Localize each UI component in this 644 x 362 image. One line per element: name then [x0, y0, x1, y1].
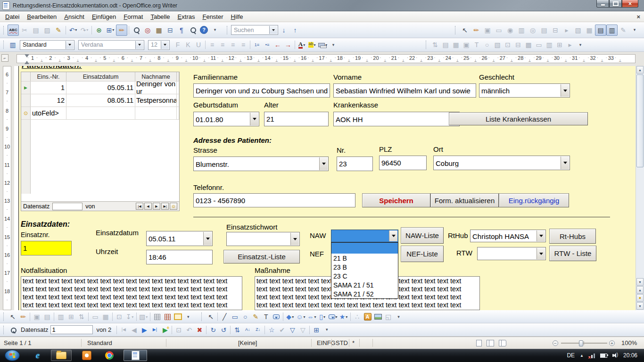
- cell-einsatzdatum[interactable]: 05.05.11: [66, 82, 135, 94]
- cell-einsnr[interactable]: 1: [31, 82, 66, 94]
- font-size-combobox[interactable]: 12: [148, 40, 170, 50]
- zoom-slider-track[interactable]: [561, 343, 607, 344]
- toolbar-overflow-icon[interactable]: ▾: [183, 312, 193, 322]
- next-page-icon[interactable]: ▼: [636, 302, 644, 310]
- menu-extras[interactable]: Extras: [174, 12, 199, 22]
- einsatznr-field[interactable]: 1: [21, 241, 72, 255]
- guides-when-moving-icon[interactable]: [173, 312, 183, 322]
- font-color-icon[interactable]: A▾: [297, 40, 307, 50]
- record-number-input[interactable]: [52, 203, 83, 210]
- dropdown-arrow-icon[interactable]: [537, 230, 545, 241]
- scroll-down-icon[interactable]: ▼: [636, 278, 644, 286]
- toolbar-grip[interactable]: [3, 26, 5, 34]
- row-selector-new[interactable]: ⊙: [21, 107, 31, 119]
- menu-einfuegen[interactable]: Einfügen: [88, 12, 120, 22]
- naw-option[interactable]: 23 C: [331, 272, 398, 280]
- next-record-icon[interactable]: ▶: [153, 203, 160, 210]
- vertical-ruler-scale[interactable]: 6-7-8-9-10-11-12-13-14-15-16-17-18-: [3, 66, 11, 310]
- new-record-icon[interactable]: ▶: [160, 325, 170, 335]
- network-icon[interactable]: [589, 353, 595, 358]
- toolbar-grip[interactable]: [3, 313, 5, 321]
- menu-datei[interactable]: Datei: [1, 12, 23, 22]
- gallery-icon[interactable]: ▦: [153, 25, 165, 36]
- picture-from-file-icon[interactable]: [373, 312, 383, 322]
- find-record-icon[interactable]: [8, 325, 18, 335]
- help-icon[interactable]: ?: [200, 26, 208, 34]
- dropdown-arrow-icon[interactable]: [389, 230, 397, 241]
- delete-record-icon[interactable]: ✖: [194, 325, 205, 335]
- menu-format[interactable]: Format: [120, 12, 147, 22]
- toolbar-overflow-icon[interactable]: ▾: [629, 25, 640, 36]
- cell-autofeld[interactable]: utoFeld>: [31, 107, 66, 119]
- toolbar-grip[interactable]: [455, 26, 457, 34]
- toolbar-grip[interactable]: [426, 41, 428, 49]
- display-grid-icon[interactable]: [152, 312, 162, 322]
- toolbar-grip[interactable]: [3, 326, 5, 334]
- language-indicator-tray[interactable]: DE: [567, 352, 575, 359]
- autospellcheck-icon[interactable]: ABC: [8, 25, 19, 36]
- naw-option[interactable]: [331, 243, 398, 254]
- familienname-field[interactable]: Deringer von und zu Coburg Sachsen und: [193, 83, 330, 98]
- hyperlink-icon[interactable]: ⊛: [93, 25, 105, 36]
- form-navigator-icon[interactable]: ▥: [606, 25, 618, 36]
- menu-ansicht[interactable]: Ansicht: [60, 12, 88, 22]
- tab-type-selector[interactable]: ⌐: [1, 54, 8, 62]
- zoom-out-icon[interactable]: −: [553, 340, 558, 346]
- uhrzeit-field[interactable]: 18:46: [146, 250, 213, 264]
- table-corner-cell[interactable]: [21, 72, 31, 81]
- book-view-icon[interactable]: [499, 340, 506, 346]
- search-combobox[interactable]: Suchen: [231, 25, 278, 35]
- insert-table-icon[interactable]: ⊞▾: [105, 25, 116, 36]
- eing-rueckgaengig-button[interactable]: Eing.rückgängig: [499, 193, 569, 207]
- toolbar-overflow-icon[interactable]: ▾: [322, 325, 332, 335]
- callout-icon[interactable]: [271, 312, 281, 322]
- toolbar-overflow-icon[interactable]: ▾: [575, 40, 586, 50]
- multi-page-view-icon[interactable]: [487, 340, 494, 346]
- rthub-combobox[interactable]: Christoph HANSA: [470, 230, 546, 242]
- previous-record-icon[interactable]: ◀: [144, 203, 152, 210]
- zoom-slider-knob[interactable]: [579, 340, 583, 346]
- insert-mode-indicator[interactable]: EINFG: [317, 339, 336, 346]
- table-row[interactable]: 12 08.05.11 Testpersonnach: [21, 94, 179, 107]
- last-record-icon[interactable]: ▶|: [149, 325, 160, 335]
- toolbar-overflow-icon[interactable]: ▾: [209, 25, 221, 36]
- geburtsdatum-combobox[interactable]: 01.01.80: [193, 112, 259, 126]
- close-document-icon[interactable]: ×: [636, 13, 640, 20]
- paragraph-style-combobox[interactable]: Standard: [20, 40, 74, 50]
- naw-option[interactable]: SAMA 21 / 52: [331, 289, 398, 298]
- previous-page-icon[interactable]: ▲: [636, 286, 644, 294]
- control-properties-icon[interactable]: ▤: [595, 25, 606, 36]
- toolbar-grip[interactable]: [201, 313, 203, 321]
- nonprinting-characters-icon[interactable]: ¶: [176, 25, 187, 36]
- geschlecht-combobox[interactable]: männlich: [479, 83, 570, 98]
- toolbar-grip[interactable]: [227, 26, 229, 34]
- dropdown-arrow-icon[interactable]: [135, 41, 143, 49]
- restore-button[interactable]: [609, 0, 622, 8]
- close-button[interactable]: ×: [622, 0, 638, 8]
- start-button[interactable]: [5, 350, 20, 361]
- menu-fenster[interactable]: Fenster: [198, 12, 227, 22]
- symbol-shapes-icon[interactable]: ☺▾: [295, 312, 306, 322]
- strasse-combobox[interactable]: Blumenstr.: [193, 156, 329, 171]
- table-row[interactable]: ▶ 1 05.05.11 Deringer von ur: [21, 82, 179, 94]
- dropdown-arrow-icon[interactable]: [269, 26, 277, 34]
- dropdown-arrow-icon[interactable]: [290, 233, 299, 245]
- cell-nachname[interactable]: Deringer von ur: [135, 82, 177, 94]
- column-header-einsnr[interactable]: Eins.-Nr.: [31, 72, 66, 81]
- data-sources-icon[interactable]: ⊟: [165, 25, 176, 36]
- new-record-icon[interactable]: ⊙: [170, 203, 177, 210]
- naw-option[interactable]: SAMA 21 / 51: [331, 280, 398, 289]
- row-selector-current[interactable]: ▶: [21, 82, 31, 94]
- scroll-up-icon[interactable]: ▲: [636, 66, 644, 74]
- naw-combobox[interactable]: [331, 230, 398, 242]
- highlighting-icon[interactable]: ab▾: [307, 40, 317, 50]
- decrease-indent-icon[interactable]: ←: [272, 40, 283, 50]
- horizontal-ruler-scale[interactable]: 1··⊥2··⊥3··⊥4··⊥5··⊥6··⊥7··⊥8··⊥9··⊥10··…: [17, 54, 636, 63]
- stars-icon[interactable]: ★▾: [339, 312, 349, 322]
- refresh-icon[interactable]: ↻: [208, 325, 218, 335]
- nr-field[interactable]: 23: [337, 156, 373, 171]
- vertical-scrollbar[interactable]: ▲ ▼ ▲ ● ▼: [636, 66, 644, 310]
- ort-combobox[interactable]: Coburg: [433, 156, 570, 170]
- design-mode-icon[interactable]: ✏: [471, 25, 482, 36]
- minimize-button[interactable]: [596, 0, 609, 8]
